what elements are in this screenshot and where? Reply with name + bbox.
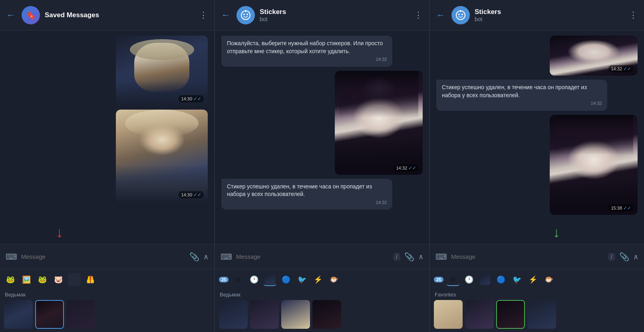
sticker-tissaia[interactable]: [66, 300, 95, 329]
sticker-2-geralt[interactable]: [219, 300, 248, 329]
svg-point-2: [246, 14, 248, 15]
msg-time-bot3: 14:32: [442, 100, 602, 106]
msg-time-yen-large2: 15:38 ✓✓: [608, 204, 634, 212]
panel-stickers2: ← Stickers bot ⋮: [430, 0, 644, 332]
header-info-3: Stickers bot: [475, 8, 624, 22]
menu-button-2[interactable]: ⋮: [414, 10, 423, 20]
sticker-recent-tab-3[interactable]: 🕐: [463, 273, 475, 286]
sticker-3-yennefer[interactable]: [496, 300, 525, 329]
panel-saved: ← 🔖 Saved Messages ⋮ 14:30: [0, 0, 215, 332]
chat-area-saved: 14:30 ✓✓ 14:30 ✓✓: [0, 31, 214, 244]
sticker-section-3: Favorites: [430, 290, 644, 298]
svg-point-5: [456, 11, 465, 20]
slash-button-2[interactable]: /: [608, 253, 615, 261]
sticker-yennefer[interactable]: [35, 300, 64, 329]
stickers1-header: ← Stickers bot ⋮: [215, 0, 429, 31]
sticker-3-geralt[interactable]: [527, 300, 556, 329]
sticker-witcher-tab-3[interactable]: [479, 273, 491, 286]
expand-icon-2[interactable]: ∧: [418, 252, 423, 261]
expand-icon-3[interactable]: ∧: [633, 252, 638, 261]
message-sticker-yen: 14:32 ✓✓: [335, 71, 423, 175]
chat-area-stickers1: Пожалуйста, выберите нужный набор стикер…: [215, 31, 429, 244]
sticker-favorites-tab-3[interactable]: ☆: [447, 273, 459, 286]
sticker-tab-pikachu[interactable]: ⚡: [312, 273, 324, 286]
msg-time-yen-top: 14:32 ✓✓: [608, 65, 634, 72]
sticker-3-tissaia[interactable]: [465, 300, 494, 329]
message-yen-large2: 15:38 ✓✓: [550, 115, 638, 215]
sticker-tab-emoji2[interactable]: 🖼️: [20, 273, 33, 286]
sticker-count-badge: 25: [219, 277, 229, 282]
bot-icon: [240, 10, 251, 21]
keyboard-icon-3[interactable]: ⌨: [435, 252, 447, 262]
sticker-tab-blue-3[interactable]: 🔵: [495, 273, 507, 286]
back-button-2[interactable]: ←: [221, 10, 230, 20]
attach-icon-2[interactable]: 📎: [404, 252, 414, 262]
attach-icon[interactable]: 📎: [189, 252, 199, 262]
bubble-2: Стикер успешно удален, в течение часа он…: [221, 179, 392, 210]
msg-time-bot1: 14:32: [227, 56, 387, 62]
sticker-tab-blurred[interactable]: [68, 273, 81, 286]
input-area-saved: ⌨ 📎 ∧: [0, 244, 214, 269]
message-text-bot3: Стикер успешно удален, в течение часа он…: [436, 80, 607, 111]
keyboard-icon-2[interactable]: ⌨: [221, 252, 232, 262]
avatar-stickers2: [451, 6, 470, 24]
sticker-3-ciri[interactable]: [434, 300, 463, 329]
sticker-picker-2: 25 ☆ 🕐 🔵 🐦 ⚡ 🐡 Ведьмак: [215, 269, 429, 332]
message-yen-top: 14:32 ✓✓: [550, 36, 638, 76]
sticker-badge-tab-3[interactable]: 25: [434, 277, 443, 282]
slash-button[interactable]: /: [393, 253, 400, 261]
stickers2-header: ← Stickers bot ⋮: [430, 0, 644, 31]
sticker-section-2: Ведьмак: [215, 290, 429, 298]
msg-time-bot2: 14:32: [227, 200, 387, 206]
chat-title-3: Stickers: [475, 8, 624, 16]
input-area-stickers1: ⌨ / 📎 ∧: [215, 244, 429, 269]
sticker-picker-3: 25 ☆ 🕐 🔵 🐦 ⚡ 🐡 Favorites: [430, 269, 644, 332]
back-button-3[interactable]: ←: [436, 10, 445, 20]
back-button[interactable]: ←: [6, 10, 15, 20]
message-image-1: 14:30 ✓✓: [116, 36, 208, 106]
sticker-geralt[interactable]: [4, 300, 33, 329]
attach-icon-3[interactable]: 📎: [619, 252, 629, 262]
saved-header: ← 🔖 Saved Messages ⋮: [0, 0, 214, 31]
sticker-tab-bird[interactable]: 🐦: [296, 273, 308, 286]
sticker-2-yennefer[interactable]: [312, 300, 341, 329]
sticker-2-tissaia[interactable]: [250, 300, 279, 329]
sticker-badge-tab[interactable]: 25: [219, 277, 229, 282]
sticker-favorites-tab[interactable]: ☆: [232, 273, 244, 286]
message-input-2[interactable]: [236, 253, 389, 260]
sticker-count-badge-3: 25: [434, 277, 443, 282]
chat-title: Saved Messages: [45, 11, 194, 19]
sticker-recent-tab[interactable]: 🕐: [248, 273, 260, 286]
sticker-tab-emoji3[interactable]: 🐸: [36, 273, 49, 286]
sticker-witcher-tab[interactable]: [264, 273, 276, 286]
chat-subtitle-3: bot: [475, 16, 624, 22]
sticker-grid-2: [215, 298, 429, 332]
sticker-tab-blue[interactable]: 🔵: [280, 273, 292, 286]
menu-button[interactable]: ⋮: [199, 10, 208, 20]
svg-point-4: [245, 10, 246, 11]
menu-button-3[interactable]: ⋮: [629, 10, 638, 20]
message-input-3[interactable]: [451, 253, 604, 260]
sticker-tab-pikachu-3[interactable]: ⚡: [527, 273, 539, 286]
sticker-tab-emoji1[interactable]: 🐸: [4, 273, 17, 286]
sticker-tab-emoji4[interactable]: 🐷: [52, 273, 65, 286]
svg-point-9: [460, 10, 461, 11]
sticker-tab-fish[interactable]: 🐡: [328, 273, 340, 286]
sticker-tab-bird-3[interactable]: 🐦: [511, 273, 523, 286]
avatar: 🔖: [22, 6, 40, 24]
sticker-grid-3: [430, 298, 644, 332]
avatar-stickers1: [237, 6, 255, 24]
sticker-tabs-3: 25 ☆ 🕐 🔵 🐦 ⚡ 🐡: [430, 269, 644, 290]
sticker-grid-saved: [0, 298, 214, 332]
sticker-tab-fish-3[interactable]: 🐡: [543, 273, 555, 286]
sticker-tabs: 🐸 🖼️ 🐸 🐷 🦺: [0, 269, 214, 290]
message-input[interactable]: [21, 253, 185, 260]
sticker-tab-emoji5[interactable]: 🦺: [84, 273, 97, 286]
input-area-stickers2: ⌨ / 📎 ∧: [430, 244, 644, 269]
expand-icon[interactable]: ∧: [203, 252, 209, 261]
sticker-2-ciri[interactable]: [281, 300, 310, 329]
keyboard-icon[interactable]: ⌨: [6, 252, 17, 262]
svg-point-0: [241, 11, 250, 20]
bot-icon-2: [455, 10, 466, 21]
sticker-picker-saved: 🐸 🖼️ 🐸 🐷 🦺 Ведьмак: [0, 269, 214, 332]
